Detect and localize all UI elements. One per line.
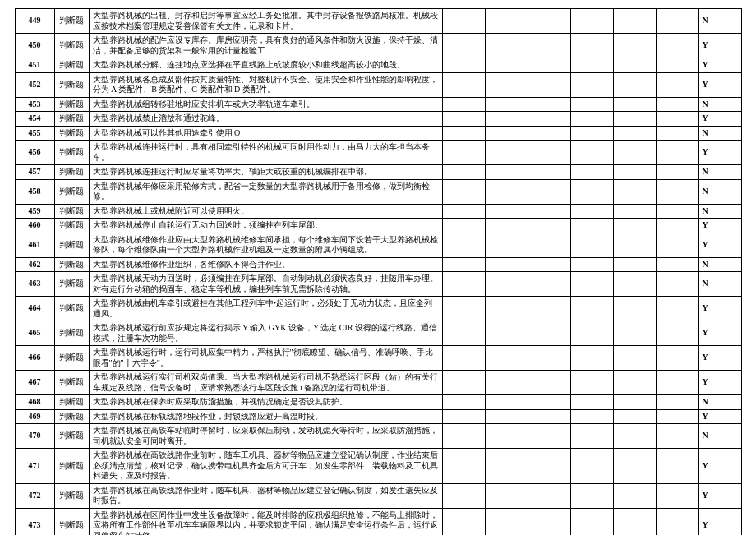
spacer-cell [656,272,698,297]
spacer-cell [442,371,485,395]
row-type: 判断题 [54,126,89,141]
spacer-cell [570,112,613,127]
row-question: 大型养路机械无动力回送时，必须编挂在列车尾部。自动制动机必须状态良好，挂随用车办… [89,272,442,297]
spacer-cell [570,483,613,508]
spacer-cell [442,204,485,219]
q-text: 大型养路机械在标轨线路地段作业，封锁线路应避开高温时段。 [93,412,323,421]
q-text: 大型养路机械维修作业应由大型养路机械维修车间承担，每个维修车间下设若干大型养路机… [93,235,438,255]
q-text: 大型养路机械无动力回送时，必须编挂在列车尾部。自动制动机必须状态良好，挂随用车办… [93,274,438,293]
row-answer: Y [698,346,741,371]
spacer-cell [570,165,613,180]
a-text: N [703,206,708,215]
q-text: 大型养路机械在区间作业中发生设备故障时，能及时排除的应积极组织抢修，不能马上排除… [93,510,438,536]
a-text: Y [703,113,708,122]
spacer-cell [442,297,485,321]
spacer-cell [570,72,613,97]
q-text: 大型养路机械分解、连挂地点应选择在平直线路上或坡度较小和曲线超高较小的地段。 [93,60,405,69]
spacer-cell [528,72,570,97]
id-text: 470 [29,431,41,440]
row-type: 判断题 [54,72,89,97]
spacer-cell [613,219,656,233]
a-text: N [703,397,708,406]
spacer-cell [442,257,485,272]
spacer-cell [485,179,528,204]
spacer-cell [485,126,528,141]
q-text: 大型养路机械可以作其他用途牵引使用 O [93,128,241,137]
spacer-cell [570,409,613,424]
id-text: 465 [29,328,41,337]
spacer-cell [528,233,570,257]
spacer-cell [442,58,485,73]
spacer-cell [528,204,570,219]
row-question: 大型养路机械组转移驻地时应安排机车或大功率轨道车牵引。 [89,97,442,112]
id-text: 449 [29,16,41,25]
row-id: 458 [15,179,54,204]
row-answer: Y [698,483,741,508]
row-id: 454 [15,112,54,127]
row-answer: N [698,9,741,34]
spacer-cell [570,126,613,141]
row-id: 469 [15,409,54,424]
row-question: 大型养路机械运行实行司机双岗值乘。当大型养路机械运行司机不熟悉运行区段（站）的有… [89,371,442,395]
spacer-cell [570,424,613,449]
type-text: 判断题 [59,16,84,25]
table-row: 464判断题大型养路机械由机车牵引或避挂在其他工程列车中•起运行时，必须处于无动… [15,297,741,321]
id-text: 456 [29,147,41,156]
row-id: 465 [15,321,54,346]
spacer-cell [656,395,698,410]
spacer-cell [613,58,656,73]
row-answer: Y [698,409,741,424]
q-text: 大型养路机械维修作业组织，各维修队不得合并作业。 [93,260,290,269]
spacer-cell [656,219,698,233]
a-text: Y [703,220,708,229]
q-text: 大型养路机械停止自轮运行无动力回送时，须编挂在列车尾部。 [93,220,323,229]
table-row: 455判断题大型养路机械可以作其他用途牵引使用 ON [15,126,741,141]
a-text: Y [703,461,708,470]
spacer-cell [528,257,570,272]
type-text: 判断题 [59,128,84,137]
spacer-cell [570,97,613,112]
spacer-cell [613,508,656,535]
id-text: 461 [29,240,41,249]
spacer-cell [656,233,698,257]
spacer-cell [528,141,570,165]
row-question: 大型养路机械在高铁线路作业时，随车机具、器材等物品应建立登记确认制度，如发生遗失… [89,483,442,508]
id-text: 457 [29,167,41,176]
row-id: 463 [15,272,54,297]
spacer-cell [485,297,528,321]
row-question: 大型养路机械在高铁车站临时停留时，应采取保压制动，发动机熄火等待时，应采取防溜措… [89,424,442,449]
type-text: 判断题 [59,206,84,215]
spacer-cell [442,321,485,346]
spacer-cell [442,72,485,97]
q-text: 大型养路机械的出租、封存和启封等事宜应经工务处批准。其中封存设备报铁路局核准。机… [93,11,438,30]
row-type: 判断题 [54,9,89,34]
spacer-cell [528,97,570,112]
q-text: 大型养路机械各总成及部件按其质量特性、对整机行不安全、使用安全和作业性能的影响程… [93,75,438,95]
row-type: 判断题 [54,272,89,297]
a-text: Y [703,520,708,529]
spacer-cell [613,257,656,272]
id-text: 473 [29,520,41,529]
spacer-cell [613,395,656,410]
type-text: 判断题 [59,187,84,196]
spacer-cell [528,424,570,449]
spacer-cell [570,395,613,410]
spacer-cell [442,34,485,58]
spacer-cell [528,371,570,395]
row-id: 453 [15,97,54,112]
spacer-cell [656,424,698,449]
spacer-cell [485,165,528,180]
a-text: Y [703,412,708,421]
spacer-cell [570,272,613,297]
type-text: 判断题 [59,147,84,156]
spacer-cell [485,346,528,371]
row-answer: N [698,257,741,272]
spacer-cell [485,141,528,165]
row-id: 460 [15,219,54,233]
id-text: 452 [29,80,41,89]
spacer-cell [528,449,570,484]
row-id: 471 [15,449,54,484]
spacer-cell [656,72,698,97]
row-id: 467 [15,371,54,395]
row-question: 大型养路机械上或机械附近可以使用明火。 [89,204,442,219]
